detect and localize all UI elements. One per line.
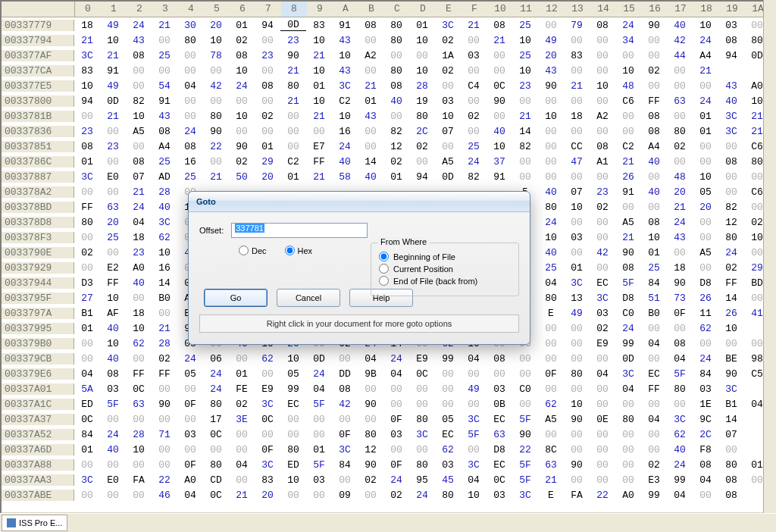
hex-cell[interactable]: 01 xyxy=(383,171,409,183)
hex-cell[interactable]: 01 xyxy=(229,20,255,31)
hex-cell[interactable]: 29 xyxy=(255,156,280,167)
hex-cell[interactable]: 10 xyxy=(100,338,126,349)
hex-cell[interactable]: 42 xyxy=(590,247,615,258)
hex-cell[interactable]: 05 xyxy=(280,368,306,380)
hex-cell[interactable]: 80 xyxy=(409,111,435,122)
hex-cell[interactable]: 94 xyxy=(255,20,280,31)
hex-cell[interactable]: 58 xyxy=(332,171,358,183)
hex-cell[interactable]: FA xyxy=(564,490,590,501)
hex-cell[interactable]: E3 xyxy=(641,474,667,486)
hex-cell[interactable]: 01 xyxy=(280,171,306,183)
hex-cell[interactable]: FF xyxy=(74,202,100,213)
hex-cell[interactable]: 21 xyxy=(512,111,538,122)
hex-cell[interactable]: 01 xyxy=(564,262,590,274)
hex-cell[interactable]: 04 xyxy=(641,338,667,349)
hex-cell[interactable]: 28 xyxy=(152,338,177,349)
hex-cell[interactable]: 00 xyxy=(409,50,435,61)
hex-cell[interactable]: 08 xyxy=(383,80,409,92)
hex-cell[interactable]: 00 xyxy=(693,262,718,274)
hex-cell[interactable]: 04 xyxy=(74,368,100,380)
hex-cell[interactable]: 00 xyxy=(641,429,667,440)
hex-cell[interactable]: 02 xyxy=(358,474,383,486)
hex-cell[interactable]: 00 xyxy=(615,459,641,471)
hex-cell[interactable]: 00 xyxy=(538,156,564,167)
hex-cell[interactable]: 9B xyxy=(358,368,383,380)
hex-cell[interactable]: 80 xyxy=(383,65,409,77)
hex-cell[interactable]: 27 xyxy=(74,293,100,304)
hex-cell[interactable]: 21 xyxy=(280,95,306,107)
hex-cell[interactable]: 25 xyxy=(512,50,538,61)
hex-cell[interactable]: 80 xyxy=(203,399,229,410)
hex-cell[interactable]: 82 xyxy=(383,126,409,137)
hex-cell[interactable]: 21 xyxy=(306,171,332,183)
hex-cell[interactable]: 3C xyxy=(461,459,487,471)
hex-cell[interactable]: 90 xyxy=(203,126,229,137)
hex-cell[interactable]: 84 xyxy=(693,368,718,380)
col-header-17[interactable]: 17 xyxy=(668,2,693,17)
hex-cell[interactable]: 00 xyxy=(461,126,487,137)
hex-cell[interactable]: 00 xyxy=(590,232,615,243)
hex-cell[interactable]: 00 xyxy=(641,50,667,61)
hex-cell[interactable]: 3C xyxy=(435,20,461,31)
hex-cell[interactable]: 40 xyxy=(383,95,409,107)
hex-cell[interactable]: 03 xyxy=(383,429,409,440)
hex-cell[interactable]: 00 xyxy=(590,35,615,46)
hex-cell[interactable]: 20 xyxy=(255,490,280,501)
hex-cell[interactable]: 00 xyxy=(152,459,177,471)
hex-cell[interactable]: 21 xyxy=(667,202,693,213)
hex-cell[interactable]: 37 xyxy=(487,156,512,167)
hex-cell[interactable]: 80 xyxy=(409,414,435,425)
hex-cell[interactable]: E0 xyxy=(100,171,126,183)
hex-cell[interactable]: C0 xyxy=(512,383,538,395)
hex-cell[interactable]: 94 xyxy=(718,50,744,61)
hex-cell[interactable]: 83 xyxy=(306,20,332,31)
hex-cell[interactable]: 08 xyxy=(590,20,615,31)
hex-cell[interactable]: FF xyxy=(718,277,744,289)
hex-cell[interactable]: 05 xyxy=(435,414,461,425)
hex-cell[interactable]: 43 xyxy=(667,232,693,243)
hex-cell[interactable]: 00 xyxy=(358,490,383,501)
hex-cell[interactable]: 28 xyxy=(152,186,177,198)
hex-cell[interactable]: E7 xyxy=(306,141,332,152)
hex-cell[interactable]: F8 xyxy=(693,444,718,455)
hex-cell[interactable]: 80 xyxy=(435,490,461,501)
hex-cell[interactable]: 00 xyxy=(383,444,409,455)
hex-cell[interactable]: 0F xyxy=(177,399,203,410)
dialog-titlebar[interactable]: Goto xyxy=(189,192,530,212)
hex-cell[interactable]: 34 xyxy=(615,35,641,46)
hex-cell[interactable]: 82 xyxy=(718,202,744,213)
hex-cell[interactable]: 21 xyxy=(100,50,126,61)
hex-cell[interactable]: 5F xyxy=(100,399,126,410)
hex-cell[interactable]: 00 xyxy=(564,65,590,77)
hex-cell[interactable]: 78 xyxy=(203,50,229,61)
hex-cell[interactable]: 00 xyxy=(615,444,641,455)
col-header-16[interactable]: 16 xyxy=(642,2,668,17)
hex-cell[interactable]: 00 xyxy=(693,338,718,349)
hex-cell[interactable]: 80 xyxy=(280,80,306,92)
hex-cell[interactable]: 0D xyxy=(280,19,306,31)
hex-cell[interactable]: 09 xyxy=(332,490,358,501)
hex-cell[interactable]: 43 xyxy=(126,35,152,46)
hex-cell[interactable]: 00 xyxy=(590,383,615,395)
hex-cell[interactable]: 90 xyxy=(641,20,667,31)
hex-cell[interactable]: A4 xyxy=(152,141,177,152)
hex-cell[interactable]: 10 xyxy=(152,247,177,258)
hex-cell[interactable]: 00 xyxy=(641,399,667,410)
hex-cell[interactable]: 00 xyxy=(487,65,512,77)
hex-cell[interactable]: 90 xyxy=(564,414,590,425)
col-header-6[interactable]: 6 xyxy=(230,2,255,17)
hex-cell[interactable]: 00 xyxy=(255,65,280,77)
hex-cell[interactable]: 91 xyxy=(152,95,177,107)
hex-cell[interactable]: 00 xyxy=(564,474,590,486)
hex-cell[interactable]: 14 xyxy=(718,293,744,304)
hex-cell[interactable]: 5F xyxy=(461,429,487,440)
hex-cell[interactable]: 00 xyxy=(435,383,461,395)
hex-cell[interactable]: 00 xyxy=(255,368,280,380)
hex-cell[interactable]: C4 xyxy=(461,80,487,92)
hex-cell[interactable]: 21 xyxy=(461,20,487,31)
hex-cell[interactable]: 40 xyxy=(100,353,126,365)
hex-cell[interactable]: 18 xyxy=(126,232,152,243)
hex-cell[interactable]: 10 xyxy=(693,20,718,31)
hex-cell[interactable]: 00 xyxy=(332,474,358,486)
hex-cell[interactable]: 80 xyxy=(538,202,564,213)
